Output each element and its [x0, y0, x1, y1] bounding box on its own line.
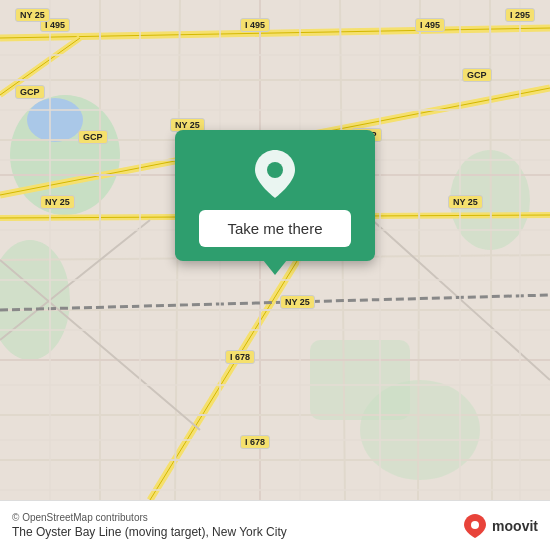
- popup-icon-area: [175, 130, 375, 210]
- road-label-ny25-1: NY 25: [40, 195, 75, 209]
- map-container: I 495 I 495 I 495 I 295 GCP GCP GCP NY 2…: [0, 0, 550, 550]
- road-label-gcp-1: GCP: [78, 130, 108, 144]
- road-label-ny25-2: NY 25: [448, 195, 483, 209]
- road-label-i678-2: I 678: [240, 435, 270, 449]
- road-label-i295: I 295: [505, 8, 535, 22]
- moovit-label: moovit: [492, 518, 538, 534]
- svg-point-52: [471, 521, 479, 529]
- road-label-i678-1: I 678: [225, 350, 255, 364]
- svg-point-51: [267, 162, 283, 178]
- road-label-i495-3: I 495: [415, 18, 445, 32]
- take-me-there-button[interactable]: Take me there: [199, 210, 350, 247]
- location-pin-icon: [251, 150, 299, 198]
- svg-point-5: [360, 380, 480, 480]
- moovit-icon: [462, 513, 488, 539]
- road-label-gcp-2: GCP: [462, 68, 492, 82]
- moovit-logo: moovit: [462, 513, 538, 539]
- road-label-ny25-5: NY 25: [15, 8, 50, 22]
- bottom-left-info: © OpenStreetMap contributors The Oyster …: [12, 512, 287, 539]
- road-label-i495-2: I 495: [240, 18, 270, 32]
- location-name-text: The Oyster Bay Line (moving target), New…: [12, 525, 287, 539]
- road-label-gcp-4: GCP: [15, 85, 45, 99]
- copyright-text: © OpenStreetMap contributors: [12, 512, 287, 523]
- road-label-ny25-3: NY 25: [280, 295, 315, 309]
- popup-card: Take me there: [175, 130, 375, 261]
- bottom-bar: © OpenStreetMap contributors The Oyster …: [0, 500, 550, 550]
- svg-point-6: [27, 98, 83, 142]
